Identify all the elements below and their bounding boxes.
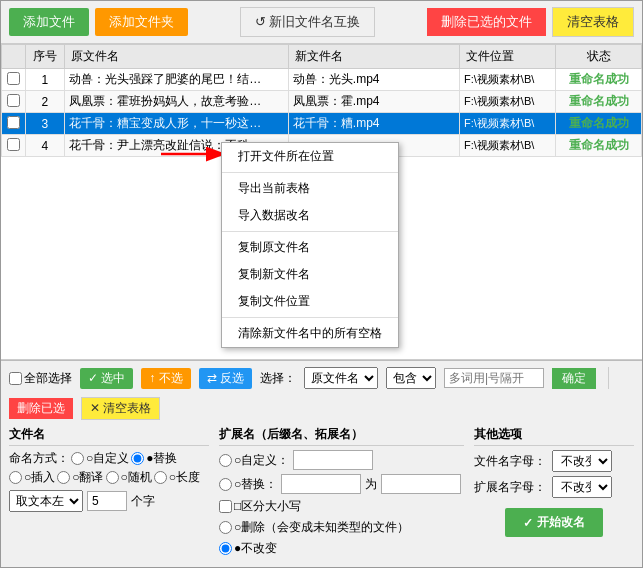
table-row[interactable]: 1 动兽：光头强踩了肥婆的尾巴！结果惨了！.mp4 动兽：光头.mp4 F:\视…: [2, 69, 642, 91]
select-all-label[interactable]: 全部选择: [9, 370, 72, 387]
ext-replace-radio[interactable]: [219, 478, 232, 491]
row-num-cell: 4: [25, 135, 65, 157]
ext-replace-row: ○替换： 为: [219, 474, 464, 494]
select-checked-button[interactable]: ✓ 选中: [80, 368, 133, 389]
take-direction-select[interactable]: 取文本左: [9, 490, 83, 512]
ext-nochange-text: ●不改变: [234, 540, 277, 557]
add-file-button[interactable]: 添加文件: [9, 8, 89, 36]
status-badge: 重命名成功: [569, 72, 629, 86]
filter-input[interactable]: [444, 368, 544, 388]
row-checkbox[interactable]: [7, 94, 20, 107]
ext-nochange-radio[interactable]: [219, 542, 232, 555]
ext-replace-label[interactable]: ○替换：: [219, 476, 277, 493]
ext-case-checkbox[interactable]: [219, 500, 232, 513]
ext-delete-row: ○删除（会变成未知类型的文件）: [219, 519, 464, 536]
ext-delete-label[interactable]: ○删除（会变成未知类型的文件）: [219, 519, 409, 536]
radio-translate-label[interactable]: ○翻译: [57, 469, 103, 486]
filter-select[interactable]: 原文件名: [304, 367, 378, 389]
start-icon: ✓: [523, 516, 533, 530]
clear2-label: ✕ 清空表格: [90, 401, 151, 415]
ext-case-label[interactable]: □区分大小写: [219, 498, 301, 515]
header-orig: 原文件名: [65, 45, 289, 69]
delete-checked2-label: 删除已选: [17, 401, 65, 415]
radio-insert-label[interactable]: ○插入: [9, 469, 55, 486]
context-menu-item[interactable]: 复制新文件名: [222, 261, 398, 288]
context-menu-item[interactable]: 打开文件所在位置: [222, 143, 398, 170]
context-menu-item[interactable]: 复制文件位置: [222, 288, 398, 315]
radio-custom-label[interactable]: ○自定义: [71, 450, 129, 467]
start-label: 开始改名: [537, 514, 585, 531]
table-header: 序号 原文件名 新文件名 文件位置 状态: [2, 45, 642, 69]
filename-num-select[interactable]: 不改变: [552, 450, 612, 472]
row-loc-cell: F:\视频素材\B\: [460, 91, 556, 113]
select-label: 选择：: [260, 370, 296, 387]
row-checkbox[interactable]: [7, 72, 20, 85]
ext-custom-label[interactable]: ○自定义：: [219, 452, 289, 469]
radio-insert-text: ○插入: [24, 469, 55, 486]
row-new-cell: 动兽：光头.mp4: [288, 69, 459, 91]
include-select[interactable]: 包含: [386, 367, 436, 389]
take-num-input[interactable]: [87, 491, 127, 511]
ext-num-row: 扩展名字母： 不改变: [474, 476, 634, 498]
clear-table-button[interactable]: 清空表格: [552, 7, 634, 37]
header-check: [2, 45, 26, 69]
radio-insert[interactable]: [9, 471, 22, 484]
deselect-button[interactable]: ↑ 不选: [141, 368, 190, 389]
row-checkbox[interactable]: [7, 116, 20, 129]
radio-length[interactable]: [154, 471, 167, 484]
file-table: 序号 原文件名 新文件名 文件位置 状态 1 动兽：光头强踩了肥婆的尾巴！结果惨…: [1, 44, 642, 157]
start-rename-button[interactable]: ✓ 开始改名: [505, 508, 603, 537]
ext-nochange-label[interactable]: ●不改变: [219, 540, 277, 557]
ext-delete-text: ○删除（会变成未知类型的文件）: [234, 519, 409, 536]
radio-custom[interactable]: [71, 452, 84, 465]
select-all-checkbox[interactable]: [9, 372, 22, 385]
bottom-row2: 文件名 命名方式： ○自定义 ●替换 ○插入: [9, 426, 634, 561]
take-unit-label: 个字: [131, 493, 155, 510]
ext-custom-radio[interactable]: [219, 454, 232, 467]
radio-length-label[interactable]: ○长度: [154, 469, 200, 486]
row-check-cell: [2, 135, 26, 157]
row-loc-cell: F:\视频素材\B\: [460, 135, 556, 157]
deselect-label: ↑ 不选: [149, 370, 182, 387]
context-menu-item[interactable]: 复制原文件名: [222, 234, 398, 261]
row-check-cell: [2, 91, 26, 113]
header-num: 序号: [25, 45, 65, 69]
radio-translate[interactable]: [57, 471, 70, 484]
context-menu-item[interactable]: 导入数据改名: [222, 202, 398, 229]
context-menu-item[interactable]: 清除新文件名中的所有空格: [222, 320, 398, 347]
radio-replace-label[interactable]: ●替换: [131, 450, 177, 467]
main-container: 添加文件 添加文件夹 ↺ 新旧文件名互换 删除已选的文件 清空表格 序号 原文件…: [0, 0, 643, 568]
ext-delete-radio[interactable]: [219, 521, 232, 534]
invert-label: ⇄ 反选: [207, 371, 244, 385]
ext-custom-text: ○自定义：: [234, 452, 289, 469]
table-row[interactable]: 3 花千骨：糟宝变成人形，十一秒这手足无措，下秒却直接扑了上去.mp4 花千骨：…: [2, 113, 642, 135]
confirm-button[interactable]: 确定: [552, 368, 596, 389]
context-menu-item[interactable]: 导出当前表格: [222, 175, 398, 202]
table-row[interactable]: 2 凤凰票：霍班扮妈妈人，故意考验王妃，哪科王妃一眼就看穿了！.mp4 凤凰票：…: [2, 91, 642, 113]
ext-replace-from-input[interactable]: [281, 474, 361, 494]
other-options-section: 其他选项 文件名字母： 不改变 扩展名字母： 不改变: [474, 426, 634, 561]
header-status: 状态: [556, 45, 642, 69]
ext-case-row: □区分大小写: [219, 498, 464, 515]
ext-replace-to-input[interactable]: [381, 474, 461, 494]
row-status-cell: 重命名成功: [556, 113, 642, 135]
invert-button[interactable]: ⇄ 反选: [199, 368, 252, 389]
clear2-button[interactable]: ✕ 清空表格: [81, 397, 160, 420]
radio-replace[interactable]: [131, 452, 144, 465]
header-loc: 文件位置: [460, 45, 556, 69]
ext-custom-input[interactable]: [293, 450, 373, 470]
swap-names-button[interactable]: ↺ 新旧文件名互换: [240, 7, 376, 37]
ext-num-select[interactable]: 不改变: [552, 476, 612, 498]
row-num-cell: 1: [25, 69, 65, 91]
row-new-cell: 凤凰票：霍.mp4: [288, 91, 459, 113]
radio-replace-text: ●替换: [146, 450, 177, 467]
delete-checked-button[interactable]: 删除已选的文件: [427, 8, 546, 36]
select-checked-label: ✓ 选中: [88, 370, 125, 387]
delete-checked2-button[interactable]: 删除已选: [9, 398, 73, 419]
radio-random-label[interactable]: ○随机: [106, 469, 152, 486]
row-loc-cell: F:\视频素材\B\: [460, 69, 556, 91]
row-checkbox[interactable]: [7, 138, 20, 151]
radio-random[interactable]: [106, 471, 119, 484]
add-folder-button[interactable]: 添加文件夹: [95, 8, 188, 36]
filename-section-title: 文件名: [9, 426, 209, 446]
